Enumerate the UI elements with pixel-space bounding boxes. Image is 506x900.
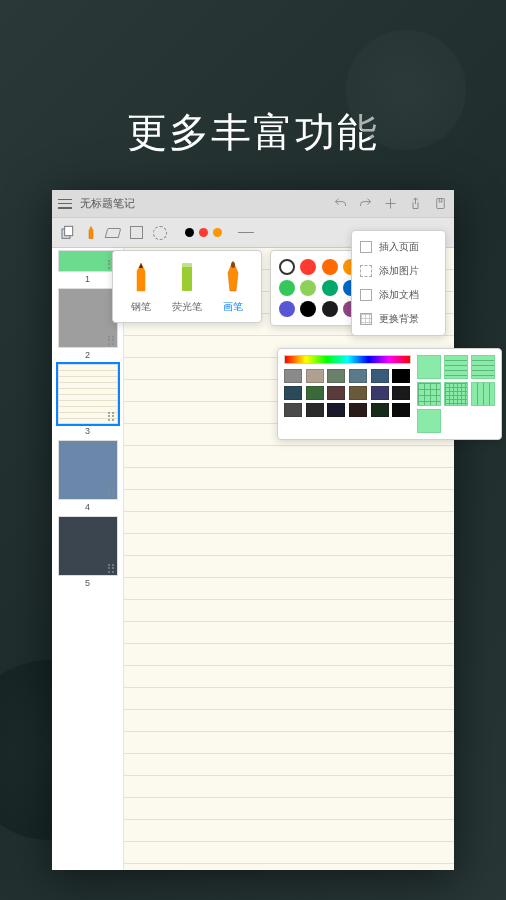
svg-rect-0 <box>437 199 445 209</box>
pattern-columns[interactable] <box>471 382 495 406</box>
add-menu-popup: 插入页面添加图片添加文档更换背景 <box>351 230 446 336</box>
pattern-grid[interactable] <box>417 382 441 406</box>
svg-rect-2 <box>65 226 73 235</box>
bg-color-swatch[interactable] <box>284 403 302 417</box>
page-icon <box>360 241 372 253</box>
menu-label: 添加文档 <box>379 288 419 302</box>
pen-tool-icon[interactable] <box>86 224 96 242</box>
bg-color-swatch[interactable] <box>327 386 345 400</box>
thumbnail-number: 3 <box>58 424 117 438</box>
bg-color-swatch[interactable] <box>392 386 410 400</box>
eraser-tool-icon[interactable] <box>105 228 122 238</box>
color-swatch[interactable] <box>300 259 316 275</box>
bg-color-swatch[interactable] <box>327 403 345 417</box>
note-canvas[interactable] <box>124 248 454 870</box>
color-swatch[interactable] <box>279 280 295 296</box>
menu-item[interactable]: 插入页面 <box>352 235 445 259</box>
color-swatch[interactable] <box>279 301 295 317</box>
pen-option[interactable]: 钢笔 <box>127 259 155 314</box>
menu-label: 更换背景 <box>379 312 419 326</box>
pattern-grid-small[interactable] <box>444 382 468 406</box>
page-thumbnail[interactable]: 4 <box>58 440 117 514</box>
bg-color-swatch[interactable] <box>306 369 324 383</box>
svg-rect-3 <box>182 267 192 291</box>
bg-color-swatch[interactable] <box>284 386 302 400</box>
bg-color-swatch[interactable] <box>306 386 324 400</box>
bg-color-swatch[interactable] <box>371 369 389 383</box>
thumbnail-number: 4 <box>58 500 117 514</box>
hue-slider[interactable] <box>284 355 411 364</box>
grid-icon <box>360 313 372 325</box>
pen-option[interactable]: 画笔 <box>219 259 247 314</box>
menu-label: 插入页面 <box>379 240 419 254</box>
pen-selector-popup: 钢笔荧光笔画笔 <box>112 250 262 323</box>
menu-icon[interactable] <box>58 199 72 209</box>
svg-point-5 <box>231 262 235 268</box>
pattern-lines[interactable] <box>444 355 468 379</box>
color-dot[interactable] <box>213 228 222 237</box>
pen-label: 画笔 <box>219 300 247 314</box>
pattern-blank[interactable] <box>417 355 441 379</box>
image-icon <box>360 265 372 277</box>
pen-icon <box>127 259 155 295</box>
bg-color-swatch[interactable] <box>306 403 324 417</box>
lasso-tool-icon[interactable] <box>153 226 167 240</box>
redo-icon[interactable] <box>358 196 373 211</box>
bg-color-swatch[interactable] <box>327 369 345 383</box>
color-swatch[interactable] <box>322 301 338 317</box>
pen-option[interactable]: 荧光笔 <box>172 259 202 314</box>
color-swatch[interactable] <box>300 280 316 296</box>
page-thumbnail[interactable]: 2 <box>58 288 117 362</box>
stroke-width-icon[interactable] <box>238 232 254 234</box>
color-dot[interactable] <box>199 228 208 237</box>
thumbnail-number: 5 <box>58 576 117 590</box>
color-dot[interactable] <box>185 228 194 237</box>
page-thumbnail[interactable]: 3 <box>58 364 117 438</box>
page-thumbnail[interactable]: 5 <box>58 516 117 590</box>
doc-icon <box>360 289 372 301</box>
thumbnail-number: 2 <box>58 348 117 362</box>
color-indicators[interactable] <box>185 228 222 237</box>
color-swatch[interactable] <box>322 280 338 296</box>
topbar: 无标题笔记 <box>52 190 454 218</box>
menu-item[interactable]: 添加文档 <box>352 283 445 307</box>
shape-tool-icon[interactable] <box>130 226 143 239</box>
bg-color-swatch[interactable] <box>284 369 302 383</box>
bg-color-swatch[interactable] <box>349 386 367 400</box>
menu-item[interactable]: 更换背景 <box>352 307 445 331</box>
bg-color-swatch[interactable] <box>371 386 389 400</box>
page-thumbnails-sidebar: 12345 <box>52 248 124 870</box>
color-swatch[interactable] <box>279 259 295 275</box>
color-swatch[interactable] <box>322 259 338 275</box>
undo-icon[interactable] <box>333 196 348 211</box>
bg-color-swatch[interactable] <box>392 369 410 383</box>
pen-label: 钢笔 <box>127 300 155 314</box>
bg-color-swatch[interactable] <box>349 403 367 417</box>
bg-color-swatch[interactable] <box>349 369 367 383</box>
background-style-popup <box>277 348 502 440</box>
pattern-plain[interactable] <box>417 409 441 433</box>
document-title: 无标题笔记 <box>80 196 325 211</box>
color-swatch[interactable] <box>300 301 316 317</box>
pen-icon <box>219 259 247 295</box>
page-thumbnail[interactable]: 1 <box>58 250 117 286</box>
pen-label: 荧光笔 <box>172 300 202 314</box>
thumbnail-number: 1 <box>58 272 117 286</box>
app-window: 无标题笔记 12345 钢笔荧光笔画笔 <box>52 190 454 870</box>
share-icon[interactable] <box>408 196 423 211</box>
menu-label: 添加图片 <box>379 264 419 278</box>
layers-icon[interactable] <box>60 225 76 241</box>
pattern-lines-narrow[interactable] <box>471 355 495 379</box>
pen-icon <box>173 259 201 295</box>
bg-color-swatch[interactable] <box>371 403 389 417</box>
menu-item[interactable]: 添加图片 <box>352 259 445 283</box>
svg-rect-4 <box>182 263 192 269</box>
bg-color-swatch[interactable] <box>392 403 410 417</box>
plus-icon[interactable] <box>383 196 398 211</box>
bookmark-icon[interactable] <box>433 196 448 211</box>
